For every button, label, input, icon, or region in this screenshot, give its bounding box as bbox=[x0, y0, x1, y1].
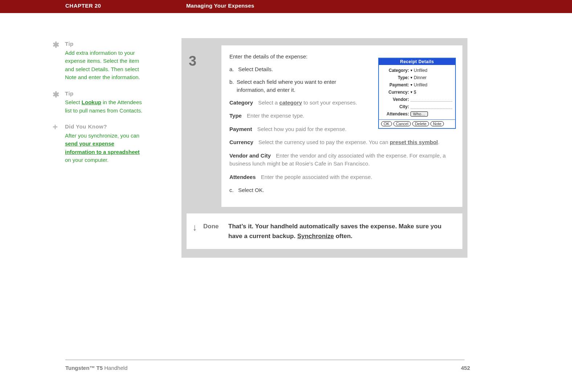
done-label: Done bbox=[203, 221, 219, 231]
step-box: 3 Enter the details of the expense: a. S… bbox=[221, 45, 462, 207]
value[interactable]: Dinner bbox=[414, 75, 426, 80]
dyk-heading: Did You Know? bbox=[65, 123, 143, 131]
dropdown-icon[interactable]: ▾ bbox=[410, 75, 412, 79]
asterisk-icon: ✱ bbox=[53, 39, 59, 51]
text: Select a bbox=[258, 99, 279, 106]
row-category: Category: ▾ Unfiled bbox=[382, 67, 452, 73]
text: to sort your expenses. bbox=[302, 99, 357, 106]
substep-c: c. Select OK. bbox=[229, 186, 454, 195]
text: Select bbox=[65, 99, 82, 105]
tip-2: ✱ Tip Select Lookup in the Attendees lis… bbox=[53, 90, 143, 115]
field-name: Type bbox=[229, 113, 242, 119]
text: Enter the people associated with the exp… bbox=[261, 174, 372, 180]
note-button[interactable]: Note bbox=[430, 121, 444, 126]
tip-body: Select Lookup in the Attendees list to p… bbox=[65, 98, 143, 115]
spreadsheet-link[interactable]: send your expense information to a sprea… bbox=[65, 140, 140, 155]
header-bar: CHAPTER 20 Managing Your Expenses bbox=[0, 0, 572, 13]
dropdown-icon[interactable]: ▾ bbox=[410, 68, 412, 72]
text: After you synchronize, you can bbox=[65, 132, 139, 139]
receipt-details-dialog: Receipt Details Category: ▾ Unfiled Type… bbox=[378, 58, 456, 129]
value[interactable]: $ bbox=[414, 90, 416, 95]
cancel-button[interactable]: Cancel bbox=[393, 121, 411, 126]
lookup-link[interactable]: Lookup bbox=[82, 99, 101, 105]
row-currency: Currency: ▾ $ bbox=[382, 89, 452, 95]
label: Payment: bbox=[382, 82, 409, 87]
tip-heading: Tip bbox=[65, 40, 143, 48]
label-c: c. bbox=[229, 186, 237, 195]
text: on your computer. bbox=[65, 157, 109, 163]
field-name: Category bbox=[229, 99, 253, 106]
label: City: bbox=[382, 104, 409, 109]
label-b: b. bbox=[229, 78, 237, 86]
who-button[interactable]: Who… bbox=[410, 111, 428, 117]
done-box: ↓ Done That’s it. Your handheld automati… bbox=[187, 213, 462, 249]
city-input[interactable] bbox=[410, 105, 452, 109]
asterisk-icon: ✱ bbox=[53, 89, 59, 101]
field-name: Payment bbox=[229, 126, 252, 132]
row-vendor: Vendor: bbox=[382, 96, 452, 102]
plus-icon: + bbox=[53, 121, 58, 134]
chapter-label: CHAPTER 20 bbox=[65, 3, 101, 9]
field-name: Attendees bbox=[229, 174, 256, 180]
label: Type: bbox=[382, 75, 409, 80]
dropdown-icon[interactable]: ▾ bbox=[410, 83, 412, 87]
dialog-form: Category: ▾ Unfiled Type: ▾ Dinner Payme… bbox=[379, 65, 455, 119]
text: Select Details. bbox=[238, 66, 273, 72]
value[interactable]: Unfiled bbox=[414, 68, 427, 73]
field-vendor-city: Vendor and City Enter the vendor and cit… bbox=[229, 152, 454, 168]
label-a: a. bbox=[229, 65, 237, 74]
delete-button[interactable]: Delete bbox=[412, 121, 429, 126]
sidebar: ✱ Tip Add extra information to your expe… bbox=[53, 40, 143, 172]
label: Category: bbox=[382, 68, 409, 73]
label: Attendees: bbox=[382, 111, 409, 117]
field-name: Vendor and City bbox=[229, 152, 271, 159]
text: Select OK. bbox=[238, 187, 264, 193]
done-text: That’s it. Your handheld automatically s… bbox=[228, 223, 441, 240]
text: Select each field where you want to ente… bbox=[237, 78, 353, 94]
row-payment: Payment: ▾ Unfiled bbox=[382, 82, 452, 88]
label: Currency: bbox=[382, 90, 409, 95]
tip-1: ✱ Tip Add extra information to your expe… bbox=[53, 40, 143, 82]
dialog-buttons: OK Cancel Delete Note bbox=[379, 119, 455, 128]
dropdown-icon[interactable]: ▾ bbox=[410, 90, 412, 94]
field-name: Currency bbox=[229, 139, 253, 145]
synchronize-link[interactable]: Synchronize bbox=[297, 233, 334, 240]
text: Select how you paid for the expense. bbox=[257, 126, 347, 132]
ok-button[interactable]: OK bbox=[381, 121, 392, 126]
dyk-body: After you synchronize, you can send your… bbox=[65, 132, 143, 164]
text: . bbox=[438, 139, 440, 145]
row-attendees: Attendees: Who… bbox=[382, 111, 452, 117]
chapter-title: Managing Your Expenses bbox=[186, 3, 254, 9]
label: Vendor: bbox=[382, 97, 409, 102]
preset-symbol-link[interactable]: preset this symbol bbox=[390, 139, 438, 145]
arrow-down-icon: ↓ bbox=[192, 220, 197, 235]
row-type: Type: ▾ Dinner bbox=[382, 74, 452, 81]
footer-product: Tungsten™ T5 Handheld bbox=[65, 365, 127, 371]
value[interactable]: Unfiled bbox=[414, 82, 427, 87]
text: often. bbox=[334, 233, 352, 240]
step-sublist-c: c. Select OK. bbox=[229, 186, 454, 195]
footer-page-number: 452 bbox=[461, 365, 470, 371]
dialog-title: Receipt Details bbox=[379, 58, 455, 65]
row-city: City: bbox=[382, 103, 452, 110]
text: Enter the expense type. bbox=[247, 113, 304, 119]
category-link[interactable]: category bbox=[279, 99, 302, 106]
footer-divider bbox=[65, 360, 465, 360]
vendor-input[interactable] bbox=[410, 97, 452, 102]
field-currency: Currency Select the currency used to pay… bbox=[229, 138, 454, 147]
page: CHAPTER 20 Managing Your Expenses ✱ Tip … bbox=[0, 0, 475, 392]
did-you-know: + Did You Know? After you synchronize, y… bbox=[53, 123, 143, 164]
product-bold: Tungsten™ T5 bbox=[65, 365, 103, 371]
text: Select the currency used to pay the expe… bbox=[258, 139, 390, 145]
field-attendees: Attendees Enter the people associated wi… bbox=[229, 173, 454, 181]
product-rest: Handheld bbox=[103, 365, 127, 371]
tip-heading: Tip bbox=[65, 90, 143, 98]
step-number: 3 bbox=[189, 53, 196, 69]
tip-body: Add extra information to your expense it… bbox=[65, 49, 143, 82]
main-panel: 3 Enter the details of the expense: a. S… bbox=[181, 38, 467, 258]
